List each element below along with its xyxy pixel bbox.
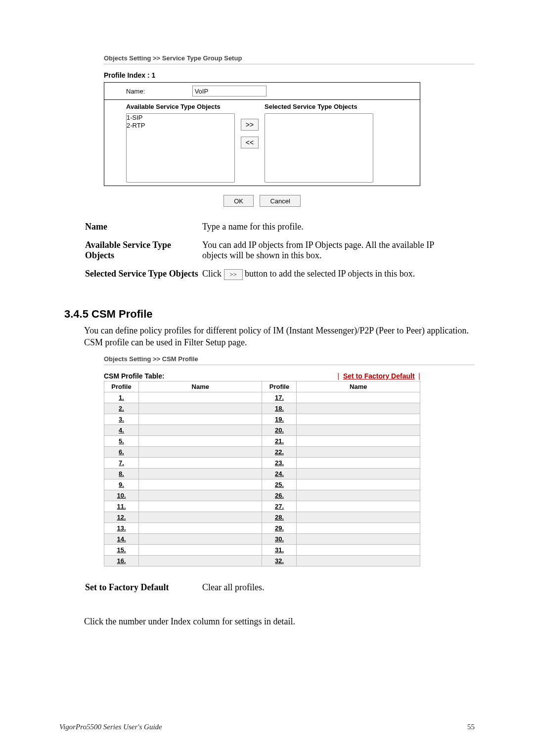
profile-link[interactable]: 24. bbox=[275, 470, 284, 477]
col-profile: Profile bbox=[104, 381, 139, 392]
profile-name-cell bbox=[297, 392, 420, 403]
profile-link[interactable]: 23. bbox=[275, 459, 284, 467]
table-row: 12.28. bbox=[104, 512, 420, 523]
profile-name-cell bbox=[138, 425, 262, 436]
profile-link[interactable]: 14. bbox=[117, 535, 126, 543]
profile-link[interactable]: 25. bbox=[275, 481, 284, 488]
profile-link[interactable]: 2. bbox=[119, 405, 124, 412]
breadcrumb: Objects Setting >> Service Type Group Se… bbox=[104, 54, 475, 62]
table-row: 2.18. bbox=[104, 403, 420, 414]
profile-link[interactable]: 10. bbox=[117, 492, 126, 499]
profile-name-cell bbox=[297, 512, 420, 523]
profile-link[interactable]: 26. bbox=[275, 492, 284, 499]
profile-name-cell bbox=[297, 403, 420, 414]
name-label: Name: bbox=[126, 88, 190, 95]
profile-link[interactable]: 17. bbox=[275, 394, 284, 401]
profile-name-cell bbox=[297, 414, 420, 425]
profile-name-cell bbox=[138, 403, 262, 414]
profile-link[interactable]: 5. bbox=[119, 437, 124, 445]
profile-name-cell bbox=[297, 425, 420, 436]
table-row: 9.25. bbox=[104, 479, 420, 490]
name-field[interactable] bbox=[192, 86, 267, 96]
profile-link[interactable]: 9. bbox=[119, 481, 124, 488]
table-row: 15.31. bbox=[104, 545, 420, 556]
table-row: 10.26. bbox=[104, 490, 420, 501]
move-right-button[interactable]: >> bbox=[241, 119, 259, 131]
profile-name-cell bbox=[138, 512, 262, 523]
footer-right: 55 bbox=[467, 723, 475, 731]
profile-link[interactable]: 31. bbox=[275, 546, 284, 554]
profile-link[interactable]: 1. bbox=[119, 394, 124, 401]
profile-link[interactable]: 8. bbox=[119, 470, 124, 477]
col-profile: Profile bbox=[262, 381, 297, 392]
profile-name-cell bbox=[138, 447, 262, 458]
table-row: 1.17. bbox=[104, 392, 420, 403]
move-left-button[interactable]: << bbox=[241, 137, 259, 148]
profile-name-cell bbox=[297, 556, 420, 567]
section-body: You can define policy profiles for diffe… bbox=[84, 325, 475, 349]
profile-link[interactable]: 6. bbox=[119, 448, 124, 456]
footer-left: VigorPro5500 Series User's Guide bbox=[59, 723, 162, 731]
selected-list[interactable] bbox=[265, 113, 373, 183]
table-row: 14.30. bbox=[104, 534, 420, 545]
profile-name-cell bbox=[297, 545, 420, 556]
breadcrumb: Objects Setting >> CSM Profile bbox=[104, 355, 475, 363]
ok-button[interactable]: OK bbox=[223, 195, 254, 207]
table-row: 6.22. bbox=[104, 447, 420, 458]
profile-name-cell bbox=[297, 447, 420, 458]
profile-name-cell bbox=[138, 469, 262, 479]
profile-link[interactable]: 16. bbox=[117, 557, 126, 565]
available-list[interactable]: 1-SIP 2-RTP bbox=[126, 113, 235, 183]
profile-link[interactable]: 28. bbox=[275, 514, 284, 521]
profile-link[interactable]: 11. bbox=[117, 503, 126, 510]
desc-factory-label: Set to Factory Default bbox=[85, 582, 201, 600]
table-row: 3.19. bbox=[104, 414, 420, 425]
desc-avail-label: Available Service Type Objects bbox=[85, 240, 201, 268]
csm-description: Set to Factory Default Clear all profile… bbox=[84, 581, 460, 601]
section-heading: 3.4.5 CSM Profile bbox=[64, 308, 475, 321]
desc-name-label: Name bbox=[85, 222, 201, 239]
csm-profile-table: Profile Name Profile Name 1.17.2.18.3.19… bbox=[104, 381, 420, 567]
available-heading: Available Service Type Objects bbox=[126, 103, 235, 110]
profile-name-cell bbox=[138, 392, 262, 403]
profile-link[interactable]: 19. bbox=[275, 416, 284, 423]
profile-link[interactable]: 12. bbox=[117, 514, 126, 521]
profile-name-cell bbox=[138, 534, 262, 545]
profile-link[interactable]: 18. bbox=[275, 405, 284, 412]
table-row: 8.24. bbox=[104, 469, 420, 479]
table-row: 11.27. bbox=[104, 501, 420, 512]
available-option[interactable]: 2-RTP bbox=[127, 122, 234, 130]
csm-table-label: CSM Profile Table: bbox=[104, 372, 165, 380]
profile-link[interactable]: 22. bbox=[275, 448, 284, 456]
desc-factory-text: Clear all profiles. bbox=[202, 582, 459, 600]
profile-link[interactable]: 20. bbox=[275, 426, 284, 434]
selected-heading: Selected Service Type Objects bbox=[265, 103, 373, 110]
profile-name-cell bbox=[297, 436, 420, 447]
table-row: 5.21. bbox=[104, 436, 420, 447]
profile-name-cell bbox=[138, 414, 262, 425]
profile-link[interactable]: 7. bbox=[119, 459, 124, 467]
profile-link[interactable]: 15. bbox=[117, 546, 126, 554]
profile-name-cell bbox=[297, 534, 420, 545]
profile-link[interactable]: 13. bbox=[117, 524, 126, 532]
profile-link[interactable]: 4. bbox=[119, 426, 124, 434]
group-setup-panel: Name: Available Service Type Objects 1-S… bbox=[104, 82, 420, 186]
profile-link[interactable]: 27. bbox=[275, 503, 284, 510]
profile-link[interactable]: 30. bbox=[275, 535, 284, 543]
profile-link[interactable]: 29. bbox=[275, 524, 284, 532]
profile-link[interactable]: 21. bbox=[275, 437, 284, 445]
available-option[interactable]: 1-SIP bbox=[127, 114, 234, 122]
profile-name-cell bbox=[138, 501, 262, 512]
col-name: Name bbox=[138, 381, 262, 392]
cancel-button[interactable]: Cancel bbox=[260, 195, 300, 207]
profile-link[interactable]: 3. bbox=[119, 416, 124, 423]
page-footer: VigorPro5500 Series User's Guide 55 bbox=[59, 723, 475, 731]
set-factory-default-link[interactable]: Set to Factory Default bbox=[343, 372, 415, 380]
table-row: 16.32. bbox=[104, 556, 420, 567]
profile-name-cell bbox=[297, 490, 420, 501]
click-instruction: Click the number under Index column for … bbox=[84, 615, 475, 627]
profile-link[interactable]: 32. bbox=[275, 557, 284, 565]
profile-name-cell bbox=[138, 556, 262, 567]
divider bbox=[104, 365, 475, 365]
inline-move-right-icon: >> bbox=[224, 269, 243, 280]
